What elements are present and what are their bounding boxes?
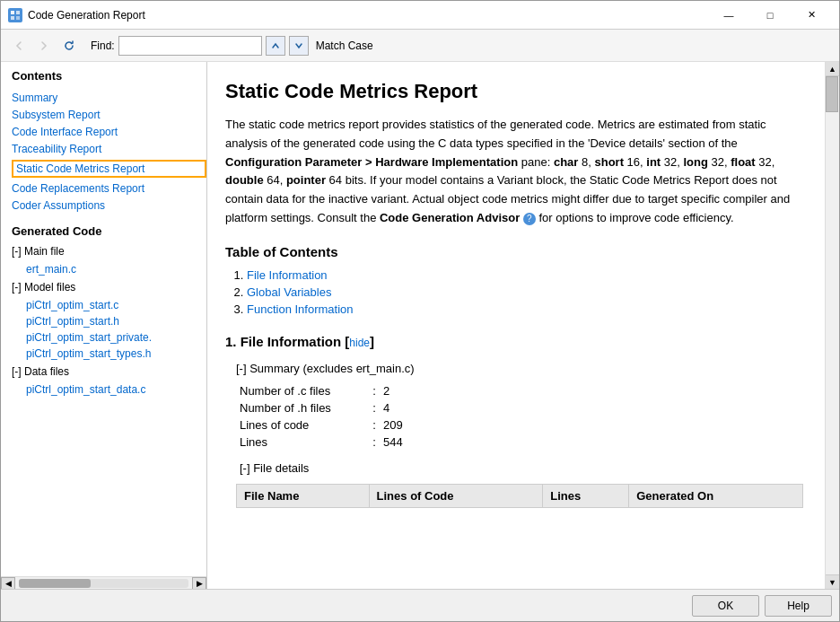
- window-title: Code Generation Report: [28, 9, 708, 22]
- hide-link[interactable]: hide: [349, 337, 370, 349]
- subsection-summary: [-] Summary (excludes ert_main.c) Number…: [236, 362, 803, 508]
- metrics-label-0: Number of .c files: [240, 384, 365, 398]
- close-button[interactable]: ✕: [791, 1, 832, 30]
- metrics-label-1: Number of .h files: [240, 401, 365, 415]
- metrics-row-1: Number of .h files : 4: [240, 401, 803, 415]
- find-input[interactable]: [118, 36, 262, 56]
- model-file-section[interactable]: [-] Model files: [12, 281, 206, 293]
- scrollbar-thumb-v[interactable]: [826, 76, 838, 112]
- find-up-button[interactable]: [266, 36, 285, 56]
- sidebar: Contents Summary Subsystem Report Code I…: [1, 62, 207, 589]
- model-file-3[interactable]: piCtrl_optim_start_types.h: [26, 347, 206, 360]
- refresh-button[interactable]: [58, 35, 80, 57]
- sidebar-item-code-replacements-report[interactable]: Code Replacements Report: [12, 182, 206, 195]
- sidebar-item-traceability-report[interactable]: Traceability Report: [12, 143, 206, 155]
- match-case-label: Match Case: [316, 39, 373, 52]
- content-scrollbar[interactable]: ▲ ▼: [825, 62, 839, 589]
- sidebar-item-code-interface-report[interactable]: Code Interface Report: [12, 126, 206, 138]
- metrics-row-0: Number of .c files : 2: [240, 384, 803, 398]
- table-header-filename: File Name: [237, 484, 370, 507]
- svg-rect-3: [16, 16, 20, 20]
- metrics-colon-1: :: [365, 401, 383, 415]
- scroll-down-button[interactable]: ▼: [826, 574, 840, 589]
- toc-link-global-vars[interactable]: Global Variables: [247, 285, 331, 299]
- scroll-left-button[interactable]: ◀: [1, 577, 15, 590]
- help-button[interactable]: Help: [765, 595, 832, 617]
- forward-button[interactable]: [33, 35, 55, 57]
- maximize-button[interactable]: □: [749, 1, 791, 30]
- sidebar-item-summary[interactable]: Summary: [12, 92, 206, 104]
- sidebar-horizontal-scrollbar[interactable]: ◀ ▶: [1, 576, 206, 589]
- main-file-ert-main[interactable]: ert_main.c: [26, 263, 206, 276]
- metrics-colon-3: :: [365, 435, 383, 449]
- metrics-value-0: 2: [383, 384, 389, 398]
- scroll-right-button[interactable]: ▶: [192, 577, 206, 590]
- content-title: Static Code Metrics Report: [225, 80, 803, 103]
- metrics-row-2: Lines of code : 209: [240, 418, 803, 432]
- subsection-summary-header: [-] Summary (excludes ert_main.c): [236, 362, 803, 375]
- metrics-value-3: 544: [383, 435, 403, 449]
- table-header-lines: Lines: [543, 484, 629, 507]
- metrics-label-2: Lines of code: [240, 418, 365, 432]
- metrics-table: Number of .c files : 2 Number of .h file…: [240, 384, 803, 449]
- find-label: Find:: [91, 39, 115, 52]
- toc-link-function-info[interactable]: Function Information: [247, 302, 354, 316]
- svg-rect-1: [16, 11, 20, 14]
- model-file-2[interactable]: piCtrl_optim_start_private.: [26, 331, 206, 344]
- data-file-section[interactable]: [-] Data files: [12, 365, 206, 378]
- back-button[interactable]: [8, 35, 30, 57]
- metrics-colon-2: :: [365, 418, 383, 432]
- sidebar-title: Contents: [12, 69, 206, 83]
- model-file-0[interactable]: piCtrl_optim_start.c: [26, 299, 206, 311]
- file-table: File Name Lines of Code Lines Generated …: [236, 484, 803, 508]
- bottom-bar: OK Help: [1, 589, 839, 621]
- toc-list: File Information Global Variables Functi…: [247, 268, 803, 316]
- main-window: Code Generation Report — □ ✕ Find: Match…: [0, 0, 840, 622]
- sidebar-item-static-code-metrics-report[interactable]: Static Code Metrics Report: [12, 160, 206, 178]
- scrollbar-track-v: [826, 76, 839, 574]
- title-bar: Code Generation Report — □ ✕: [1, 1, 839, 30]
- main-file-section[interactable]: [-] Main file: [12, 245, 206, 258]
- metrics-colon-0: :: [365, 384, 383, 398]
- metrics-value-1: 4: [383, 401, 389, 415]
- scrollbar-thumb[interactable]: [19, 579, 91, 588]
- toc-link-file-info[interactable]: File Information: [247, 268, 328, 282]
- sidebar-item-subsystem-report[interactable]: Subsystem Report: [12, 109, 206, 121]
- toc-item-2: Global Variables: [247, 285, 803, 299]
- main-content: Contents Summary Subsystem Report Code I…: [1, 62, 839, 589]
- scrollbar-track: [19, 579, 188, 588]
- generated-code-title: Generated Code: [12, 224, 206, 238]
- metrics-label-3: Lines: [240, 435, 365, 449]
- window-controls: — □ ✕: [708, 1, 832, 30]
- data-file-0[interactable]: piCtrl_optim_start_data.c: [26, 383, 206, 396]
- model-file-1[interactable]: piCtrl_optim_start.h: [26, 315, 206, 328]
- sidebar-item-coder-assumptions[interactable]: Coder Assumptions: [12, 199, 206, 212]
- table-header-generated-on: Generated On: [629, 484, 803, 507]
- toc-item-1: File Information: [247, 268, 803, 282]
- svg-rect-2: [11, 16, 14, 20]
- sidebar-inner: Contents Summary Subsystem Report Code I…: [1, 62, 206, 576]
- content-description: The static code metrics report provides …: [225, 116, 803, 228]
- toc-item-3: Function Information: [247, 302, 803, 316]
- app-icon: [8, 8, 22, 22]
- metrics-row-3: Lines : 544: [240, 435, 803, 449]
- svg-rect-0: [11, 11, 14, 14]
- scroll-up-button[interactable]: ▲: [826, 62, 840, 76]
- toolbar: Find: Match Case: [1, 30, 839, 62]
- toc-title: Table of Contents: [225, 244, 803, 259]
- metrics-value-2: 209: [383, 418, 403, 432]
- find-down-button[interactable]: [289, 36, 309, 56]
- info-icon[interactable]: ?: [523, 213, 536, 225]
- content-panel: Static Code Metrics Report The static co…: [207, 62, 825, 589]
- minimize-button[interactable]: —: [708, 1, 749, 30]
- section1-header: 1. File Information [hide]: [225, 334, 803, 349]
- file-details-header: [-] File details: [240, 461, 803, 475]
- table-header-lines-of-code: Lines of Code: [369, 484, 543, 507]
- ok-button[interactable]: OK: [692, 595, 759, 617]
